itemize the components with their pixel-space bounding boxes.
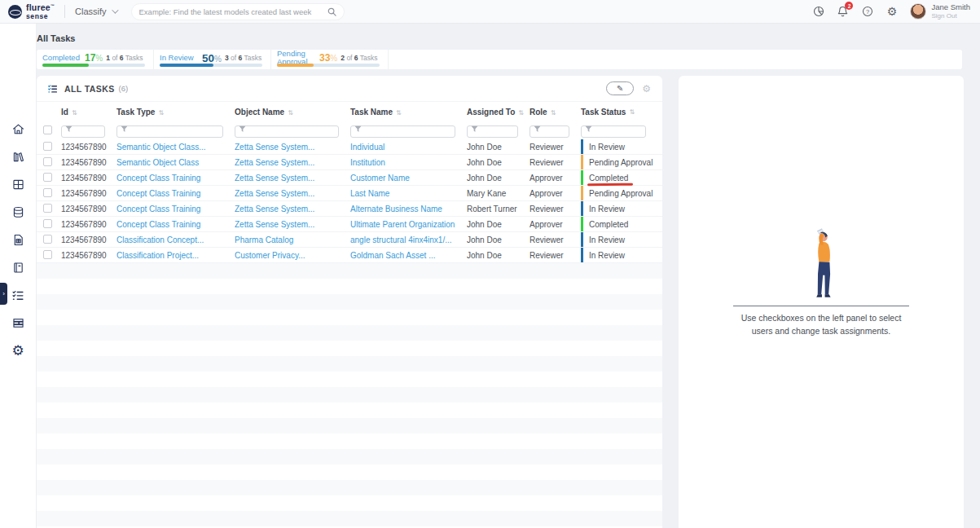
- sidebar-expand-handle[interactable]: ›: [0, 283, 7, 305]
- filter-input-task_type[interactable]: [116, 125, 223, 138]
- sort-icon[interactable]: ⇅: [629, 108, 635, 116]
- sort-icon[interactable]: ⇅: [551, 109, 556, 117]
- tab-in-review[interactable]: In Review 50% 3 of 6 Tasks: [154, 50, 271, 69]
- illustration-ground-line: [733, 306, 909, 306]
- sort-icon[interactable]: ⇅: [158, 109, 164, 117]
- cell-object-name-link[interactable]: Customer Privacy...: [235, 251, 350, 260]
- settings-gear-icon[interactable]: ⚙: [886, 5, 898, 17]
- sidebar-item-home[interactable]: [7, 122, 29, 136]
- status-label: Completed: [589, 220, 628, 229]
- column-header-id[interactable]: Id⇅: [61, 108, 116, 117]
- help-icon[interactable]: ?: [861, 5, 873, 17]
- app-switcher-dropdown[interactable]: Classify: [75, 7, 116, 16]
- trademark-mark: ™: [51, 3, 55, 8]
- brand-logo[interactable]: fluree™ sense: [8, 3, 55, 20]
- table-filter-row: [37, 121, 662, 139]
- user-avatar[interactable]: [910, 3, 926, 20]
- row-checkbox[interactable]: [43, 173, 52, 182]
- cell-object-name-link[interactable]: Zetta Sense System...: [235, 220, 350, 229]
- edit-button[interactable]: ✎: [606, 81, 634, 95]
- row-checkbox[interactable]: [43, 157, 52, 166]
- notification-badge: 2: [845, 2, 853, 10]
- column-header-assigned-to[interactable]: Assigned To⇅: [467, 108, 530, 117]
- row-checkbox[interactable]: [43, 235, 52, 244]
- journal-icon: [11, 261, 25, 275]
- cell-task-type-link[interactable]: Concept Class Training: [116, 189, 235, 198]
- cell-task-name-link[interactable]: Individual: [350, 143, 467, 152]
- filter-input-task_name[interactable]: [350, 125, 455, 138]
- cell-task-type-link[interactable]: Semantic Object Class...: [116, 143, 235, 152]
- empty-table-row: [37, 495, 662, 511]
- search-icon[interactable]: [327, 7, 336, 16]
- cell-task-type-link[interactable]: Classification Project...: [116, 251, 235, 260]
- sidebar-item-docs[interactable]: [7, 261, 29, 275]
- filter-input-object_name[interactable]: [235, 125, 339, 138]
- cell-task-name-link[interactable]: angle structural 4inx4inx1/...: [350, 235, 467, 244]
- cell-task-type-link[interactable]: Concept Class Training: [116, 174, 235, 183]
- column-header-task-name[interactable]: Task Name⇅: [350, 108, 467, 117]
- sidebar-item-report[interactable]: [7, 233, 29, 247]
- file-table-icon: [11, 233, 25, 247]
- sidebar-item-pipeline[interactable]: [7, 316, 29, 330]
- sidebar-item-settings[interactable]: ⚙: [7, 344, 29, 358]
- status-tabs: Completed 17% 1 of 6 Tasks In Review 50%…: [37, 50, 962, 69]
- tab-pending-approval[interactable]: Pending Approval 33% 2 of 6 Tasks: [271, 50, 389, 69]
- table-settings-icon[interactable]: ⚙: [642, 84, 651, 94]
- cell-task-type-link[interactable]: Classification Concept...: [116, 235, 235, 244]
- column-header-role[interactable]: Role⇅: [530, 108, 581, 117]
- notifications-bell-icon[interactable]: 2: [837, 5, 849, 17]
- column-header-object-name[interactable]: Object Name⇅: [235, 108, 350, 117]
- sign-out-link[interactable]: Sign Out: [931, 12, 970, 20]
- empty-table-row: [37, 464, 662, 480]
- sidebar-item-library[interactable]: [7, 150, 29, 164]
- row-checkbox[interactable]: [43, 188, 52, 197]
- column-header-task-type[interactable]: Task Type⇅: [116, 108, 235, 117]
- cell-task-type-link[interactable]: Semantic Object Class: [116, 158, 235, 167]
- status-label: In Review: [589, 235, 625, 244]
- row-checkbox[interactable]: [43, 204, 52, 213]
- empty-table-row: [37, 310, 662, 325]
- select-all-checkbox[interactable]: [43, 125, 52, 134]
- cell-object-name-link[interactable]: Zetta Sense System...: [235, 189, 350, 198]
- sort-icon[interactable]: ⇅: [288, 109, 293, 117]
- sidebar-item-tasks[interactable]: [7, 288, 29, 302]
- cell-object-name-link[interactable]: Zetta Sense System...: [235, 143, 350, 152]
- row-checkbox[interactable]: [43, 142, 52, 151]
- cell-object-name-link[interactable]: Zetta Sense System...: [235, 174, 350, 183]
- sidebar-item-workspace[interactable]: [7, 178, 29, 191]
- row-checkbox[interactable]: [43, 250, 52, 259]
- cell-task-name-link[interactable]: Last Name: [350, 189, 467, 198]
- bricks-stack-icon: [11, 316, 25, 330]
- sort-icon[interactable]: ⇅: [72, 109, 77, 117]
- search-input[interactable]: [139, 7, 327, 16]
- cell-role: Reviewer: [530, 205, 581, 213]
- user-menu[interactable]: Jane Smith Sign Out: [910, 3, 970, 20]
- cell-id: 1234567890: [61, 251, 116, 260]
- cell-task-name-link[interactable]: Alternate Business Name: [350, 205, 467, 213]
- empty-table-row: [37, 279, 662, 294]
- global-search[interactable]: [131, 3, 345, 20]
- sort-icon[interactable]: ⇅: [396, 109, 402, 117]
- usage-pie-icon[interactable]: [812, 5, 824, 17]
- cell-object-name-link[interactable]: Zetta Sense System...: [235, 205, 350, 213]
- tab-percent: 50%: [202, 52, 222, 64]
- cell-id: 1234567890: [61, 220, 116, 229]
- cell-task-name-link[interactable]: Goldman Sach Asset ...: [350, 251, 467, 260]
- task-table-body: 1234567890Semantic Object Class...Zetta …: [37, 139, 662, 526]
- cell-task-name-link[interactable]: Institution: [350, 158, 467, 167]
- cell-object-name-link[interactable]: Pharma Catalog: [235, 235, 350, 244]
- cell-task-type-link[interactable]: Concept Class Training: [116, 205, 235, 213]
- cell-object-name-link[interactable]: Zetta Sense System...: [235, 158, 350, 167]
- cell-role: Reviewer: [530, 143, 581, 152]
- column-header-task-status[interactable]: Task Status⇅: [581, 102, 662, 121]
- cell-task-type-link[interactable]: Concept Class Training: [116, 220, 235, 229]
- cell-task-name-link[interactable]: Ultimate Parent Organization: [350, 220, 467, 229]
- sidebar-item-database[interactable]: [7, 205, 29, 219]
- table-header-row: Id⇅ Task Type⇅ Object Name⇅ Task Name⇅ A…: [37, 102, 662, 121]
- sort-icon[interactable]: ⇅: [518, 109, 524, 117]
- table-row: 1234567890Concept Class TrainingZetta Se…: [37, 201, 662, 217]
- tab-completed[interactable]: Completed 17% 1 of 6 Tasks: [37, 50, 154, 69]
- cell-task-name-link[interactable]: Customer Name: [350, 174, 467, 183]
- row-checkbox[interactable]: [43, 219, 52, 228]
- cell-id: 1234567890: [61, 205, 116, 213]
